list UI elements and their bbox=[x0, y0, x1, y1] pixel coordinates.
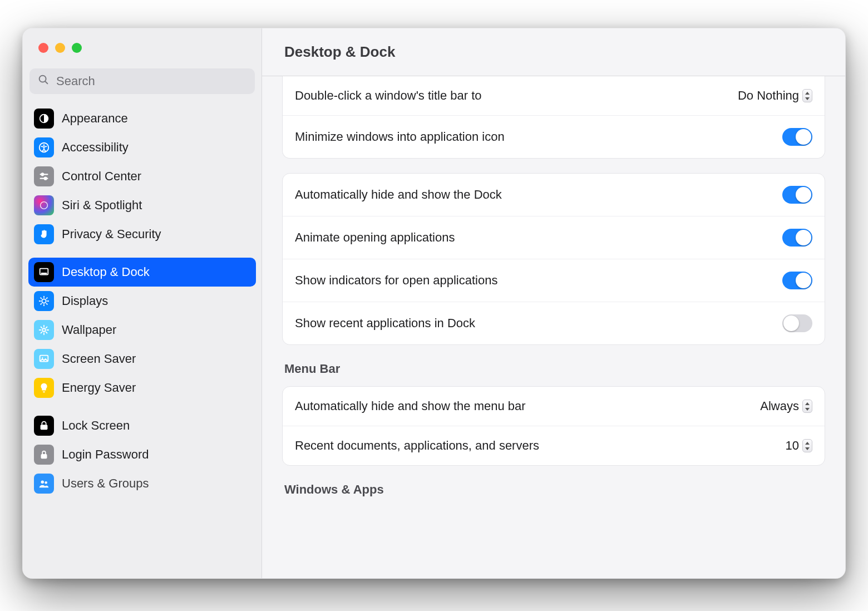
window-traffic-lights bbox=[23, 28, 262, 53]
window-minimize-button[interactable] bbox=[55, 43, 65, 53]
row-auto-hide-menubar: Automatically hide and show the menu bar… bbox=[283, 387, 825, 426]
popup-value: Do Nothing bbox=[738, 88, 799, 103]
svg-point-8 bbox=[45, 178, 47, 180]
auto-hide-menubar-popup[interactable]: Always bbox=[760, 399, 812, 413]
sidebar-item-label: Wallpaper bbox=[62, 323, 250, 337]
settings-card-dock-behaviour: Automatically hide and show the Dock Ani… bbox=[282, 173, 825, 345]
brightness-icon bbox=[34, 291, 54, 311]
sidebar-item-label: Users & Groups bbox=[62, 476, 250, 491]
sidebar-item-desktop-dock[interactable]: Desktop & Dock bbox=[28, 258, 256, 287]
desktop-dock-icon bbox=[34, 262, 54, 282]
appearance-icon bbox=[34, 109, 54, 129]
sidebar-item-siri-spotlight[interactable]: Siri & Spotlight bbox=[28, 191, 256, 220]
sidebar: Appearance Accessibility bbox=[23, 28, 262, 578]
search-input[interactable] bbox=[55, 73, 247, 89]
sidebar-item-label: Energy Saver bbox=[62, 381, 250, 395]
lock-screen-icon bbox=[34, 416, 54, 436]
sidebar-item-privacy-security[interactable]: Privacy & Security bbox=[28, 220, 256, 249]
sidebar-item-screen-saver[interactable]: Screen Saver bbox=[28, 344, 256, 373]
row-show-recent: Show recent applications in Dock bbox=[283, 302, 825, 344]
svg-rect-20 bbox=[41, 454, 47, 459]
stepper-icon bbox=[802, 400, 812, 413]
sidebar-item-accessibility[interactable]: Accessibility bbox=[28, 133, 256, 162]
svg-point-9 bbox=[41, 202, 48, 209]
sidebar-item-label: Control Center bbox=[62, 169, 250, 184]
sidebar-group: Lock Screen Login Password bbox=[28, 411, 256, 498]
recent-items-popup[interactable]: 10 bbox=[786, 438, 812, 453]
stepper-icon bbox=[802, 439, 812, 452]
popup-value: 10 bbox=[786, 438, 799, 453]
sidebar-item-label: Siri & Spotlight bbox=[62, 198, 250, 213]
page-title-bar: Desktop & Dock bbox=[262, 28, 845, 76]
sidebar-item-energy-saver[interactable]: Energy Saver bbox=[28, 373, 256, 402]
sidebar-item-label: Displays bbox=[62, 294, 250, 308]
svg-point-18 bbox=[43, 428, 45, 430]
search-field[interactable] bbox=[29, 68, 255, 94]
svg-point-22 bbox=[45, 481, 47, 484]
content-scroll[interactable]: Double-click a window's title bar to Do … bbox=[262, 76, 845, 578]
row-show-indicators: Show indicators for open applications bbox=[283, 259, 825, 302]
sidebar-item-login-password[interactable]: Login Password bbox=[28, 440, 256, 469]
row-label: Automatically hide and show the Dock bbox=[295, 188, 502, 202]
sidebar-group: Appearance Accessibility bbox=[28, 104, 256, 249]
content-pane: Desktop & Dock Double-click a window's t… bbox=[262, 28, 845, 578]
sidebar-item-control-center[interactable]: Control Center bbox=[28, 162, 256, 191]
lock-icon bbox=[34, 445, 54, 465]
page-title: Desktop & Dock bbox=[284, 43, 395, 61]
auto-hide-dock-toggle[interactable] bbox=[782, 186, 812, 204]
lightbulb-icon bbox=[34, 378, 54, 398]
window-zoom-button[interactable] bbox=[72, 43, 82, 53]
svg-rect-11 bbox=[41, 273, 47, 274]
settings-card-menu-bar: Automatically hide and show the menu bar… bbox=[282, 386, 825, 466]
svg-point-13 bbox=[42, 328, 46, 332]
double-click-titlebar-popup[interactable]: Do Nothing bbox=[738, 88, 812, 103]
show-indicators-toggle[interactable] bbox=[782, 272, 812, 289]
svg-point-17 bbox=[42, 428, 43, 430]
popup-value: Always bbox=[760, 399, 799, 413]
sidebar-item-wallpaper[interactable]: Wallpaper bbox=[28, 316, 256, 344]
wallpaper-icon bbox=[34, 320, 54, 340]
users-icon bbox=[34, 474, 54, 494]
row-auto-hide-dock: Automatically hide and show the Dock bbox=[283, 174, 825, 216]
hand-icon bbox=[34, 224, 54, 244]
sidebar-item-appearance[interactable]: Appearance bbox=[28, 104, 256, 133]
section-heading-menu-bar: Menu Bar bbox=[284, 362, 825, 376]
svg-line-1 bbox=[45, 81, 47, 83]
row-label: Minimize windows into application icon bbox=[295, 130, 505, 144]
control-center-icon bbox=[34, 166, 54, 186]
row-animate-open: Animate opening applications bbox=[283, 216, 825, 259]
window-close-button[interactable] bbox=[38, 43, 48, 53]
screen-saver-icon bbox=[34, 349, 54, 369]
svg-point-19 bbox=[45, 428, 46, 430]
settings-card-dock: Double-click a window's title bar to Do … bbox=[282, 76, 825, 159]
svg-point-21 bbox=[41, 481, 45, 484]
settings-window: Appearance Accessibility bbox=[22, 28, 846, 579]
sidebar-item-label: Appearance bbox=[62, 111, 250, 126]
svg-point-6 bbox=[41, 173, 43, 175]
accessibility-icon bbox=[34, 137, 54, 157]
row-double-click-titlebar: Double-click a window's title bar to Do … bbox=[283, 76, 825, 115]
animate-open-toggle[interactable] bbox=[782, 229, 812, 247]
stepper-icon bbox=[802, 89, 812, 102]
row-label: Animate opening applications bbox=[295, 230, 455, 245]
row-label: Show indicators for open applications bbox=[295, 273, 497, 288]
row-label: Show recent applications in Dock bbox=[295, 316, 475, 331]
sidebar-item-users-groups[interactable]: Users & Groups bbox=[28, 469, 256, 498]
svg-point-4 bbox=[43, 144, 45, 146]
sidebar-nav: Appearance Accessibility bbox=[23, 102, 262, 578]
sidebar-item-label: Accessibility bbox=[62, 140, 250, 155]
svg-point-12 bbox=[42, 299, 46, 303]
sidebar-item-label: Login Password bbox=[62, 447, 250, 462]
sidebar-item-lock-screen[interactable]: Lock Screen bbox=[28, 411, 256, 440]
sidebar-item-label: Desktop & Dock bbox=[62, 265, 250, 279]
row-recent-items: Recent documents, applications, and serv… bbox=[283, 426, 825, 465]
sidebar-item-displays[interactable]: Displays bbox=[28, 287, 256, 316]
sidebar-item-label: Privacy & Security bbox=[62, 227, 250, 242]
row-label: Recent documents, applications, and serv… bbox=[295, 438, 539, 453]
show-recent-toggle[interactable] bbox=[782, 314, 812, 332]
search-icon bbox=[37, 73, 50, 89]
section-heading-windows-apps: Windows & Apps bbox=[284, 482, 825, 497]
row-label: Double-click a window's title bar to bbox=[295, 88, 482, 103]
minimize-into-icon-toggle[interactable] bbox=[782, 128, 812, 146]
row-minimize-into-icon: Minimize windows into application icon bbox=[283, 115, 825, 158]
